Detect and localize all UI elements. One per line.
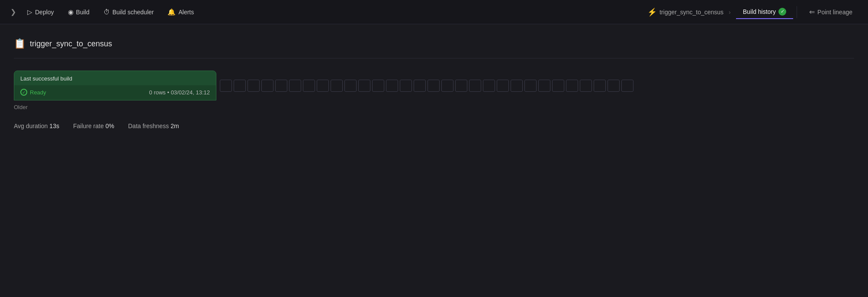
- avg-duration-value: 13s: [49, 123, 59, 129]
- data-freshness-stat: Data freshness 2m: [128, 123, 179, 129]
- build-square[interactable]: [372, 80, 384, 92]
- build-square[interactable]: [428, 80, 440, 92]
- build-square[interactable]: [331, 80, 343, 92]
- build-square[interactable]: [317, 80, 329, 92]
- alerts-label: Alerts: [178, 9, 194, 16]
- ready-badge: ✓ Ready: [20, 89, 46, 96]
- avg-duration-label: Avg duration: [14, 123, 48, 129]
- last-successful-card[interactable]: Last successful build ✓ Ready 0 rows • 0…: [14, 71, 216, 100]
- status-label: Ready: [30, 89, 46, 96]
- older-squares-container: [220, 80, 854, 92]
- top-nav: ❯ ▷ Deploy ◉ Build ⏱ Build scheduler 🔔 A…: [0, 0, 868, 24]
- failure-rate-stat: Failure rate 0%: [73, 123, 114, 129]
- build-square[interactable]: [524, 80, 537, 92]
- pipeline-name: trigger_sync_to_census: [659, 9, 723, 16]
- build-history-label: Build history: [743, 8, 776, 15]
- build-square[interactable]: [220, 80, 232, 92]
- build-square[interactable]: [289, 80, 301, 92]
- nav-alerts[interactable]: 🔔 Alerts: [161, 6, 200, 19]
- breadcrumb: ⚡ trigger_sync_to_census › Build history…: [647, 5, 793, 19]
- page-title-row: 📋 trigger_sync_to_census: [14, 38, 854, 58]
- build-square[interactable]: [483, 80, 495, 92]
- ready-check-icon: ✓: [20, 89, 27, 96]
- build-square[interactable]: [275, 80, 287, 92]
- build-meta: 0 rows • 03/02/24, 13:12: [149, 89, 210, 96]
- build-square[interactable]: [608, 80, 620, 92]
- last-successful-label: Last successful build: [20, 75, 72, 82]
- nav-build-scheduler[interactable]: ⏱ Build scheduler: [97, 6, 160, 18]
- build-square[interactable]: [261, 80, 273, 92]
- card-header: Last successful build: [14, 71, 216, 85]
- nav-left: ❯ ▷ Deploy ◉ Build ⏱ Build scheduler 🔔 A…: [7, 5, 646, 19]
- build-icon: ◉: [68, 8, 74, 16]
- failure-rate-value: 0%: [106, 123, 114, 129]
- build-square[interactable]: [566, 80, 578, 92]
- nav-build[interactable]: ◉ Build: [62, 6, 96, 19]
- point-lineage-label: Point lineage: [817, 9, 852, 16]
- deploy-icon: ▷: [27, 8, 32, 16]
- build-square[interactable]: [248, 80, 260, 92]
- build-square[interactable]: [580, 80, 592, 92]
- build-square[interactable]: [358, 80, 370, 92]
- nav-deploy[interactable]: ▷ Deploy: [21, 6, 60, 19]
- build-scheduler-label: Build scheduler: [113, 9, 154, 16]
- build-section: Last successful build ✓ Ready 0 rows • 0…: [14, 71, 854, 129]
- build-square[interactable]: [400, 80, 412, 92]
- main-content: 📋 trigger_sync_to_census Last successful…: [0, 24, 868, 140]
- card-body: ✓ Ready 0 rows • 03/02/24, 13:12: [14, 85, 216, 100]
- nav-expand-icon[interactable]: ❯: [7, 5, 19, 19]
- breadcrumb-build-history[interactable]: Build history ✓: [736, 5, 793, 19]
- build-square[interactable]: [538, 80, 550, 92]
- build-square[interactable]: [621, 80, 633, 92]
- failure-rate-label: Failure rate: [73, 123, 104, 129]
- build-square[interactable]: [511, 80, 523, 92]
- build-square[interactable]: [303, 80, 315, 92]
- scheduler-icon: ⏱: [103, 8, 110, 16]
- nav-right: ⚡ trigger_sync_to_census › Build history…: [647, 5, 861, 19]
- pipeline-icon: ⚡: [647, 7, 657, 17]
- build-square[interactable]: [344, 80, 357, 92]
- page-title-icon: 📋: [14, 38, 26, 49]
- build-row: Last successful build ✓ Ready 0 rows • 0…: [14, 71, 854, 100]
- stats-row: Avg duration 13s Failure rate 0% Data fr…: [14, 123, 854, 129]
- build-square[interactable]: [469, 80, 481, 92]
- alerts-icon: 🔔: [167, 8, 176, 16]
- build-square[interactable]: [552, 80, 564, 92]
- nav-point-lineage[interactable]: ⇐ Point lineage: [800, 5, 861, 19]
- data-freshness-value: 2m: [170, 123, 179, 129]
- older-label: Older: [14, 104, 854, 110]
- build-square[interactable]: [234, 80, 246, 92]
- build-square[interactable]: [497, 80, 509, 92]
- page-title: trigger_sync_to_census: [30, 39, 112, 48]
- breadcrumb-pipeline[interactable]: ⚡ trigger_sync_to_census: [647, 7, 723, 17]
- build-history-check-icon: ✓: [778, 8, 786, 16]
- build-square[interactable]: [414, 80, 426, 92]
- build-square[interactable]: [594, 80, 606, 92]
- nav-divider: [797, 6, 797, 18]
- avg-duration-stat: Avg duration 13s: [14, 123, 59, 129]
- build-square[interactable]: [455, 80, 467, 92]
- lineage-icon: ⇐: [809, 8, 815, 16]
- build-square[interactable]: [441, 80, 453, 92]
- build-square[interactable]: [386, 80, 398, 92]
- build-label: Build: [76, 9, 90, 16]
- data-freshness-label: Data freshness: [128, 123, 169, 129]
- breadcrumb-separator: ›: [729, 9, 731, 16]
- deploy-label: Deploy: [35, 9, 54, 16]
